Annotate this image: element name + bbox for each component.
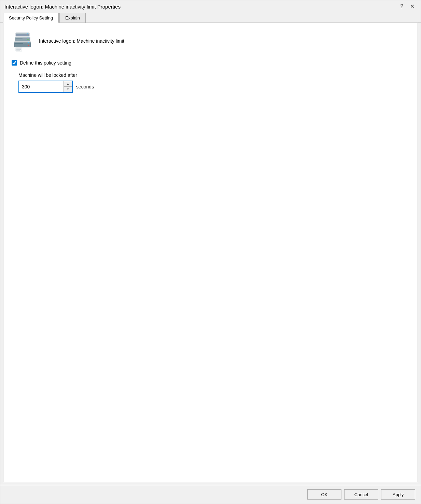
svg-rect-6	[27, 38, 29, 38]
apply-button[interactable]: Apply	[381, 489, 415, 500]
svg-rect-2	[27, 33, 28, 34]
cancel-button[interactable]: Cancel	[344, 489, 378, 500]
server-icon	[12, 30, 33, 52]
spin-up-button[interactable]: ▲	[64, 81, 72, 87]
spin-down-button[interactable]: ▼	[64, 87, 72, 92]
tab-security-policy[interactable]: Security Policy Setting	[3, 13, 59, 23]
title-bar-controls: ? ✕	[398, 3, 417, 10]
window-title: Interactive logon: Machine inactivity li…	[4, 4, 121, 10]
define-policy-checkbox[interactable]	[12, 60, 17, 66]
close-button[interactable]: ✕	[408, 3, 417, 10]
spinbox-row: ▲ ▼ seconds	[18, 81, 409, 93]
tab-explain[interactable]: Explain	[59, 13, 86, 23]
seconds-label: seconds	[76, 84, 94, 89]
define-policy-row: Define this policy setting	[12, 60, 409, 66]
title-bar: Interactive logon: Machine inactivity li…	[0, 0, 421, 11]
svg-rect-5	[16, 38, 23, 39]
svg-rect-10	[15, 43, 23, 44]
lock-after-section: Machine will be locked after ▲ ▼ seconds	[18, 72, 409, 93]
lock-after-label: Machine will be locked after	[18, 72, 409, 78]
spinbox-buttons: ▲ ▼	[64, 81, 72, 92]
seconds-input[interactable]	[19, 81, 64, 92]
svg-rect-13	[28, 45, 29, 46]
policy-title: Interactive logon: Machine inactivity li…	[39, 38, 124, 44]
bottom-bar: OK Cancel Apply	[0, 485, 421, 504]
svg-rect-11	[28, 42, 29, 43]
policy-header: Interactive logon: Machine inactivity li…	[12, 30, 409, 52]
spinbox-container: ▲ ▼	[18, 81, 73, 93]
tab-bar: Security Policy Setting Explain	[0, 11, 421, 23]
help-button[interactable]: ?	[398, 3, 405, 10]
svg-rect-12	[28, 44, 29, 44]
ok-button[interactable]: OK	[307, 489, 341, 500]
dialog-window: Interactive logon: Machine inactivity li…	[0, 0, 421, 504]
content-area: Interactive logon: Machine inactivity li…	[3, 23, 418, 482]
svg-rect-7	[27, 39, 29, 40]
define-policy-label[interactable]: Define this policy setting	[20, 60, 71, 66]
